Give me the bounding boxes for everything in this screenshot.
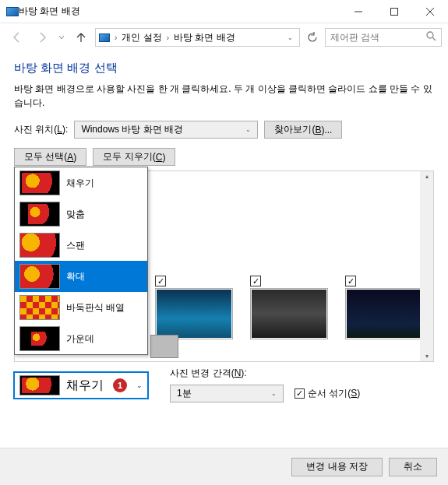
search-input[interactable] bbox=[330, 32, 408, 43]
svg-point-4 bbox=[427, 32, 433, 38]
cancel-button[interactable]: 취소 bbox=[389, 458, 437, 476]
fit-thumb-icon bbox=[19, 264, 60, 289]
fit-option-tile[interactable]: 바둑판식 배열 bbox=[15, 292, 147, 323]
fit-option-label: 확대 bbox=[66, 270, 85, 283]
clear-all-button[interactable]: 모두 지우기(C) bbox=[93, 148, 175, 166]
page-title: 바탕 화면 배경 선택 bbox=[14, 61, 434, 76]
window-controls bbox=[340, 0, 448, 23]
checkbox-icon: ✓ bbox=[295, 388, 305, 399]
fit-option-stretch[interactable]: 확대 bbox=[15, 261, 147, 292]
address-bar[interactable]: › 개인 설정 › 바탕 화면 배경 ⌄ bbox=[95, 28, 300, 47]
wallpaper-image bbox=[155, 288, 233, 339]
fit-dropdown-list: 채우기 맞춤 스팬 확대 바둑판식 배열 가운데 bbox=[14, 167, 148, 355]
forward-button[interactable] bbox=[31, 28, 53, 47]
search-icon[interactable] bbox=[426, 31, 436, 44]
svg-rect-1 bbox=[391, 8, 398, 15]
scrollbar[interactable]: ▴ ▾ bbox=[420, 171, 433, 361]
select-all-button[interactable]: 모두 선택(A) bbox=[14, 148, 86, 166]
page-description: 바탕 화면 배경으로 사용할 사진을 한 개 클릭하세요. 두 개 이상을 클릭… bbox=[14, 82, 434, 110]
location-icon bbox=[99, 33, 110, 42]
wallpaper-thumb-partial[interactable] bbox=[150, 335, 178, 358]
footer: 변경 내용 저장 취소 bbox=[0, 448, 448, 485]
fit-option-label: 채우기 bbox=[66, 177, 94, 190]
refresh-button[interactable] bbox=[303, 28, 322, 47]
wallpaper-thumb[interactable]: ✓ bbox=[345, 288, 423, 339]
breadcrumb-sep-icon: › bbox=[167, 33, 169, 42]
interval-label: 사진 변경 간격(N): bbox=[170, 367, 434, 380]
history-dropdown[interactable] bbox=[56, 28, 67, 47]
maximize-button[interactable] bbox=[376, 0, 412, 23]
address-row: › 개인 설정 › 바탕 화면 배경 ⌄ bbox=[0, 23, 448, 51]
fit-combo-value: 채우기 bbox=[66, 378, 104, 394]
breadcrumb-item[interactable]: 바탕 화면 배경 bbox=[174, 31, 235, 44]
fit-option-center[interactable]: 가운데 bbox=[15, 323, 147, 354]
location-combo[interactable]: Windows 바탕 화면 배경 ⌄ bbox=[74, 121, 258, 139]
selection-buttons: 모두 선택(A) 모두 지우기(C) bbox=[14, 148, 434, 166]
address-dropdown-icon[interactable]: ⌄ bbox=[284, 34, 296, 41]
location-row: 사진 위치(L): Windows 바탕 화면 배경 ⌄ 찾아보기(B)... bbox=[14, 121, 434, 139]
fit-option-label: 맞춤 bbox=[66, 208, 85, 221]
shuffle-label: 순서 섞기(S) bbox=[308, 387, 360, 400]
minimize-button[interactable] bbox=[340, 0, 376, 23]
thumb-checkbox[interactable]: ✓ bbox=[155, 276, 166, 286]
wallpaper-image bbox=[345, 288, 423, 339]
thumb-checkbox[interactable]: ✓ bbox=[345, 276, 356, 286]
window-icon bbox=[6, 7, 19, 16]
breadcrumb-sep-icon: › bbox=[115, 33, 117, 42]
wallpaper-thumb[interactable]: ✓ bbox=[155, 288, 233, 339]
scroll-up-icon[interactable]: ▴ bbox=[425, 173, 429, 180]
save-button[interactable]: 변경 내용 저장 bbox=[291, 458, 383, 476]
chevron-down-icon: ⌄ bbox=[271, 390, 277, 397]
chevron-down-icon: ⌄ bbox=[245, 126, 251, 133]
fit-option-span[interactable]: 스팬 bbox=[15, 230, 147, 261]
location-label: 사진 위치(L): bbox=[14, 123, 68, 136]
fit-thumb-icon bbox=[19, 326, 60, 351]
window-title: 바탕 화면 배경 bbox=[19, 5, 340, 18]
fit-thumb-icon bbox=[19, 295, 60, 320]
up-button[interactable] bbox=[70, 28, 92, 47]
fit-option-label: 스팬 bbox=[66, 239, 85, 252]
scroll-down-icon[interactable]: ▾ bbox=[425, 353, 429, 360]
close-button[interactable] bbox=[412, 0, 448, 23]
location-combo-value: Windows 바탕 화면 배경 bbox=[81, 123, 183, 136]
wallpaper-thumb[interactable]: ✓ bbox=[250, 288, 328, 339]
fit-option-label: 가운데 bbox=[66, 332, 94, 346]
fit-thumb-icon bbox=[19, 375, 60, 395]
fit-option-fit[interactable]: 맞춤 bbox=[15, 199, 147, 230]
svg-line-5 bbox=[432, 37, 436, 40]
interval-combo[interactable]: 1분 ⌄ bbox=[170, 385, 284, 402]
search-box[interactable] bbox=[325, 28, 442, 47]
fit-option-label: 바둑판식 배열 bbox=[66, 301, 125, 315]
wallpaper-image bbox=[250, 288, 328, 339]
fit-thumb-icon bbox=[19, 170, 60, 195]
browse-button[interactable]: 찾아보기(B)... bbox=[264, 121, 342, 139]
annotation-badge: 1 bbox=[113, 378, 127, 392]
fit-thumb-icon bbox=[19, 233, 60, 258]
chevron-down-icon: ⌄ bbox=[136, 381, 143, 389]
shuffle-checkbox[interactable]: ✓ 순서 섞기(S) bbox=[295, 387, 360, 400]
breadcrumb-item[interactable]: 개인 설정 bbox=[122, 31, 161, 44]
interval-value: 1분 bbox=[177, 387, 192, 400]
titlebar: 바탕 화면 배경 bbox=[0, 0, 448, 23]
fit-combo[interactable]: 채우기 1 ⌄ bbox=[14, 372, 148, 399]
fit-thumb-icon bbox=[19, 202, 60, 227]
thumb-checkbox[interactable]: ✓ bbox=[250, 276, 261, 286]
back-button[interactable] bbox=[6, 28, 28, 47]
fit-option-fill[interactable]: 채우기 bbox=[15, 167, 147, 199]
